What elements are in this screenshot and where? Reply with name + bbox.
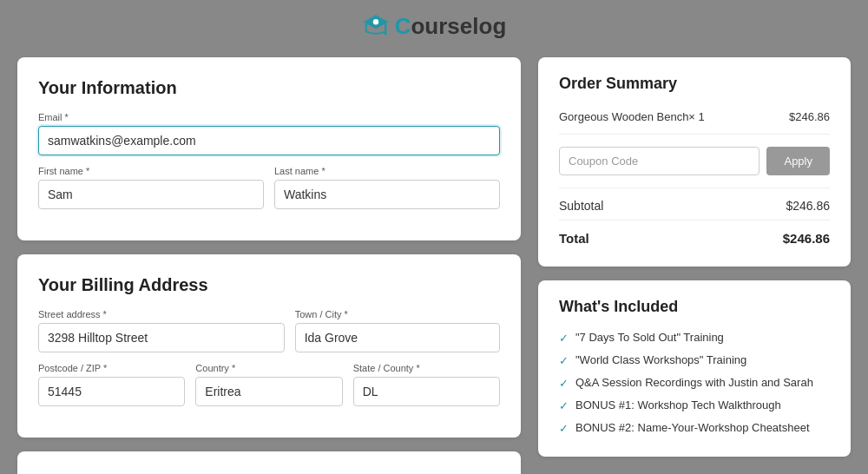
billing-address-card: Your Billing Address Street address * To… (17, 254, 521, 438)
included-item-text: BONUS #2: Name-Your-Workshop Cheatsheet (575, 421, 810, 434)
left-column: Your Information Email * First name * La… (17, 57, 521, 474)
postcode-group: Postcode / ZIP * (38, 363, 185, 406)
logo-icon (362, 12, 390, 40)
total-value: $246.86 (783, 231, 830, 246)
logo: Courselog (362, 12, 507, 40)
your-information-card: Your Information Email * First name * La… (17, 57, 521, 240)
payment-information-card: Payment Information Cash on delivery Cre… (17, 451, 521, 474)
included-item: ✓Q&A Session Recordings with Justin and … (559, 372, 830, 394)
name-row: First name * Last name * (38, 166, 500, 220)
whats-included-title: What's Included (559, 298, 830, 316)
included-item-text: Q&A Session Recordings with Justin and S… (575, 376, 813, 389)
logo-text: Courselog (395, 13, 507, 40)
order-summary-title: Order Summary (559, 75, 830, 93)
order-summary-card: Order Summary Gorgeous Wooden Bench× 1 $… (538, 57, 851, 267)
email-label: Email * (38, 112, 500, 122)
email-group: Email * (38, 112, 500, 155)
order-item-price: $246.86 (789, 110, 830, 123)
postcode-input[interactable] (38, 377, 185, 406)
country-group: Country * (195, 363, 342, 406)
first-name-label: First name * (38, 166, 264, 176)
order-item-name: Gorgeous Wooden Bench× 1 (559, 110, 705, 123)
apply-button[interactable]: Apply (766, 147, 830, 175)
included-item: ✓"World Class Workshops" Training (559, 349, 830, 372)
total-row: Total $246.86 (559, 221, 830, 249)
subtotal-row: Subtotal $246.86 (559, 188, 830, 221)
state-input[interactable] (353, 377, 500, 406)
state-group: State / County * (353, 363, 500, 406)
country-input[interactable] (195, 377, 342, 406)
svg-point-2 (384, 32, 386, 35)
order-item-row: Gorgeous Wooden Bench× 1 $246.86 (559, 105, 830, 135)
included-item: ✓"7 Days To Sold Out" Training (559, 326, 830, 349)
your-information-title: Your Information (38, 78, 500, 98)
subtotal-value: $246.86 (786, 199, 830, 213)
street-label: Street address * (38, 309, 285, 319)
last-name-input[interactable] (274, 180, 500, 209)
state-label: State / County * (353, 363, 500, 373)
check-icon: ✓ (559, 422, 569, 435)
svg-point-0 (373, 19, 378, 24)
check-icon: ✓ (559, 399, 569, 412)
included-items-list: ✓"7 Days To Sold Out" Training✓"World Cl… (559, 326, 830, 439)
right-column: Order Summary Gorgeous Wooden Bench× 1 $… (538, 57, 851, 474)
email-input[interactable] (38, 126, 500, 155)
total-label: Total (559, 231, 589, 246)
last-name-group: Last name * (274, 166, 500, 209)
check-icon: ✓ (559, 354, 569, 367)
coupon-row: Apply (559, 135, 830, 188)
header: Courselog (0, 0, 868, 49)
included-item-text: "7 Days To Sold Out" Training (575, 331, 724, 344)
check-icon: ✓ (559, 332, 569, 345)
billing-address-title: Your Billing Address (38, 275, 500, 295)
included-item-text: BONUS #1: Workshop Tech Walkthrough (575, 398, 781, 411)
included-item: ✓BONUS #1: Workshop Tech Walkthrough (559, 394, 830, 417)
main-content: Your Information Email * First name * La… (17, 49, 851, 474)
country-label: Country * (195, 363, 342, 373)
postcode-label: Postcode / ZIP * (38, 363, 185, 373)
town-label: Town / City * (295, 309, 500, 319)
postcode-country-state-row: Postcode / ZIP * Country * State / Count… (38, 363, 500, 417)
street-group: Street address * (38, 309, 285, 352)
included-item: ✓BONUS #2: Name-Your-Workshop Cheatsheet (559, 417, 830, 439)
town-group: Town / City * (295, 309, 500, 352)
coupon-input[interactable] (559, 147, 760, 175)
last-name-label: Last name * (274, 166, 500, 176)
first-name-input[interactable] (38, 180, 264, 209)
whats-included-card: What's Included ✓"7 Days To Sold Out" Tr… (538, 280, 851, 457)
street-input[interactable] (38, 323, 285, 352)
subtotal-label: Subtotal (559, 199, 603, 213)
town-input[interactable] (295, 323, 500, 352)
check-icon: ✓ (559, 377, 569, 390)
included-item-text: "World Class Workshops" Training (575, 353, 746, 366)
street-town-row: Street address * Town / City * (38, 309, 500, 363)
first-name-group: First name * (38, 166, 264, 209)
